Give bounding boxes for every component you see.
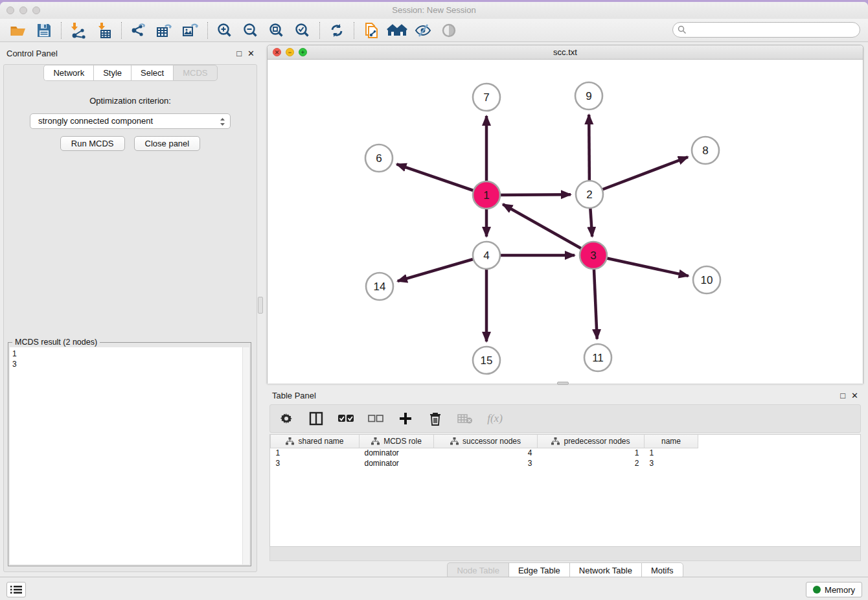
column-header-shared-name[interactable]: shared name [271,435,360,448]
column-header-name[interactable]: name [645,435,698,448]
deselect-all-button[interactable] [367,410,384,427]
network-canvas[interactable]: 7968124314101511 [268,60,863,384]
tab-mcds[interactable]: MCDS [173,65,217,81]
show-columns-button[interactable] [308,410,325,427]
table-panel-close-button[interactable]: ✕ [851,391,858,400]
table-row[interactable]: 3 dominator 3 2 3 [271,458,698,468]
table-options-button[interactable] [278,410,295,427]
first-neighbors-button[interactable] [384,21,410,40]
memory-status-icon [813,586,821,594]
graph-node-label: 4 [483,249,489,262]
toolbar-separator [319,22,320,39]
open-session-button[interactable] [5,21,31,40]
control-panel-float-button[interactable]: □ [236,49,242,58]
graph-node-label: 6 [376,152,382,165]
delete-row-button[interactable] [427,410,444,427]
graph-node-label: 9 [586,90,591,102]
column-type-icon [286,437,294,445]
refresh-button[interactable] [324,21,350,40]
zoom-fit-icon [268,21,286,40]
export-table-icon [155,21,174,40]
duplicate-network-icon [362,21,380,40]
table-toolbar: f(x) [269,404,861,433]
graph-node-label: 3 [590,249,596,262]
network-window-titlebar[interactable]: ✕ − + scc.txt [268,45,863,60]
show-all-button[interactable] [436,21,462,40]
application-window: Session: New Session [0,0,868,600]
new-network-from-selection-button[interactable] [358,21,384,40]
export-network-icon [130,21,148,40]
delete-table-button[interactable] [457,410,474,427]
search-input[interactable] [672,22,860,38]
graph-node-label: 14 [374,281,386,293]
import-network-button[interactable] [65,21,91,40]
node-table-area: shared name MCDS role successor nodes pr… [269,434,861,547]
search-icon [678,25,687,34]
cell-predecessor-nodes: 2 [538,458,645,468]
column-type-icon [371,437,380,445]
tab-network[interactable]: Network [43,65,93,81]
control-panel-tabs: Network Style Select MCDS [0,65,261,81]
export-table-button[interactable] [152,21,177,40]
zoom-in-button[interactable] [212,21,238,40]
table-panel-float-button[interactable]: □ [840,391,845,400]
mcds-panel: Optimization criterion: strongly connect… [3,64,257,572]
main-toolbar [0,19,868,42]
column-header-predecessor-nodes[interactable]: predecessor nodes [538,435,645,448]
node-table: shared name MCDS role successor nodes pr… [270,435,698,468]
import-network-icon [69,21,87,40]
import-table-icon [95,21,113,40]
graph-edge[interactable] [503,204,593,255]
run-mcds-button[interactable]: Run MCDS [60,136,125,151]
mcds-result-list[interactable]: 1 3 [10,347,249,564]
title-bar: Session: New Session [0,2,868,19]
network-window-resize-grip[interactable] [557,382,569,385]
mcds-result-line: 1 [12,349,247,359]
hide-selected-button[interactable] [410,21,436,40]
result-scrollbar[interactable] [242,347,249,564]
tab-select[interactable]: Select [131,65,173,81]
cell-shared-name: 1 [271,448,360,458]
panel-splitter[interactable] [258,297,263,314]
open-folder-icon [10,22,27,39]
control-panel: Control Panel □ ✕ Network Style Select M… [0,45,261,573]
memory-button[interactable]: Memory [806,582,862,597]
mcds-result-line: 3 [12,359,247,369]
cell-name: 3 [645,458,698,468]
task-history-button[interactable] [6,582,26,597]
import-table-button[interactable] [91,21,117,40]
select-all-button[interactable] [337,410,354,427]
zoom-out-button[interactable] [238,21,264,40]
save-session-button[interactable] [31,21,57,40]
mcds-result-box: MCDS result (2 nodes) 1 3 [8,342,251,566]
column-header-mcds-role[interactable]: MCDS role [360,435,434,448]
cell-shared-name: 3 [271,458,360,468]
function-builder-button[interactable]: f(x) [486,410,503,427]
table-panel-bottom-strip [269,547,861,561]
graph-node-label: 7 [483,91,489,104]
optimization-criterion-select[interactable]: strongly connected component [30,113,231,129]
export-image-button[interactable] [177,21,203,40]
graph-node-label: 15 [481,354,493,367]
column-header-successor-nodes[interactable]: successor nodes [434,435,538,448]
zoom-fit-button[interactable] [264,21,290,40]
graph-edge[interactable] [589,157,688,194]
export-network-button[interactable] [126,21,152,40]
network-window-title: scc.txt [268,47,863,57]
add-row-button[interactable] [397,410,414,427]
zoom-selected-button[interactable] [290,21,315,40]
graph-node-label: 10 [701,274,713,286]
toolbar-separator [61,22,62,39]
control-panel-close-button[interactable]: ✕ [247,49,255,58]
graph-edge[interactable] [593,255,689,276]
toolbar-separator [207,22,208,39]
eye-disabled-icon [440,21,458,40]
save-icon [36,22,52,39]
close-panel-button[interactable]: Close panel [134,136,201,151]
table-row[interactable]: 1 dominator 4 1 1 [271,448,698,458]
tab-style[interactable]: Style [93,65,131,81]
cell-successor-nodes: 4 [434,448,538,458]
export-image-icon [181,21,200,40]
select-stepper-icon [219,116,226,128]
zoom-out-icon [242,21,260,40]
